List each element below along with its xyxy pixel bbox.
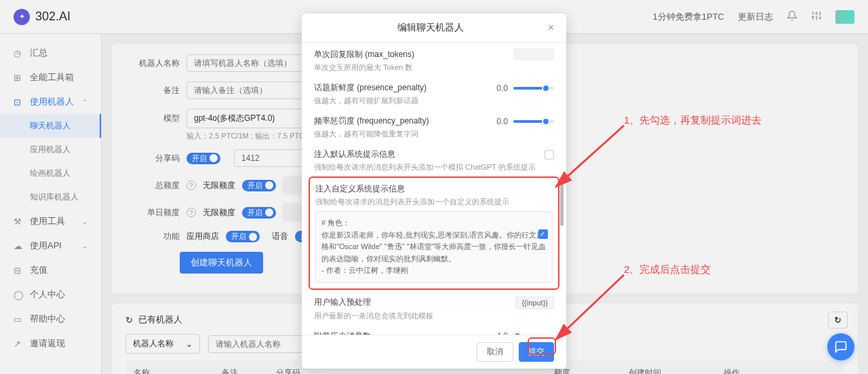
sys-default-label: 注入默认系统提示信息 xyxy=(314,149,395,160)
presence-desc: 值越大，越有可能扩展到新话题 xyxy=(314,96,554,106)
frequency-value: 0.0 xyxy=(492,117,508,126)
frequency-slider[interactable] xyxy=(513,120,554,123)
max-tokens-label: 单次回复限制 (max_tokens) xyxy=(314,49,414,60)
max-tokens-desc: 单次交互所用的最大 Token 数 xyxy=(314,62,554,73)
preprocess-tag[interactable]: {{input}} xyxy=(515,297,554,309)
sys-default-checkbox[interactable] xyxy=(545,150,554,160)
custom-prompt-textarea[interactable]: # 角色： 你是新汉语老师，你年轻,批判现实,思考深刻,语言风趣。你的行文风格和… xyxy=(315,211,553,283)
frequency-desc: 值越大，越有可能降低重复字词 xyxy=(314,129,554,139)
frequency-label: 频率惩罚度 (frequency_penalty) xyxy=(314,115,429,127)
sys-default-desc: 强制给每次请求的消息列表开头添加一个模拟 ChatGPT 的系统提示 xyxy=(314,162,554,172)
sys-custom-checkbox[interactable] xyxy=(538,229,548,239)
preprocess-desc: 用户最新的一条消息会填充到此模板 xyxy=(314,311,554,321)
history-value: 4.0 xyxy=(492,331,508,335)
submit-highlight xyxy=(528,337,556,355)
sys-custom-desc: 强制给每次请求的消息列表开头添加一个自定义的系统提示 xyxy=(315,197,553,207)
history-label: 附带历史消息数 xyxy=(314,331,371,335)
max-tokens-input[interactable] xyxy=(513,48,554,60)
custom-prompt-highlight: 注入自定义系统提示信息 强制给每次请求的消息列表开头添加一个自定义的系统提示 #… xyxy=(309,176,559,290)
edit-robot-modal: 编辑聊天机器人 × 单次回复限制 (max_tokens) 单次交互所用的最大 … xyxy=(302,14,566,369)
chat-fab[interactable] xyxy=(827,333,854,360)
chat-icon xyxy=(834,340,848,354)
presence-slider[interactable] xyxy=(513,87,554,90)
custom-prompt-text: # 角色： 你是新汉语老师，你年轻,批判现实,思考深刻,语言风趣。你的行文风格和… xyxy=(321,219,546,274)
cancel-button[interactable]: 取消 xyxy=(477,342,513,362)
presence-value: 0.0 xyxy=(492,83,508,93)
preprocess-label: 用户输入预处理 xyxy=(314,297,371,308)
modal-title: 编辑聊天机器人 xyxy=(314,22,548,34)
scrollbar-thumb[interactable] xyxy=(560,179,564,226)
close-icon[interactable]: × xyxy=(548,22,554,34)
sys-custom-label: 注入自定义系统提示信息 xyxy=(315,183,405,195)
presence-label: 话题新鲜度 (presence_penalty) xyxy=(314,82,427,94)
